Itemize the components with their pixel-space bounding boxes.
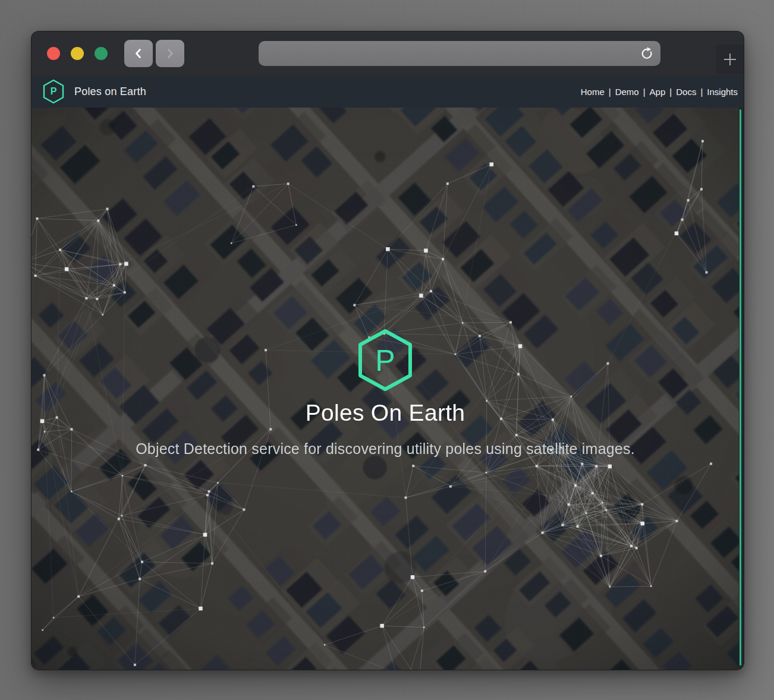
nav-link-home[interactable]: Home [581,87,605,97]
nav-link-separator: | [669,87,672,97]
hero-title: Poles On Earth [306,400,465,426]
nav-logo[interactable]: P [42,79,65,104]
nav-link-app[interactable]: App [650,87,666,97]
maximize-window-button[interactable] [95,47,108,60]
app-navbar: P Poles on Earth Home | Demo | App | Doc… [32,75,744,108]
nav-logo-letter: P [42,79,65,104]
chevron-right-icon [163,46,177,61]
forward-button[interactable] [156,40,184,67]
nav-link-separator: | [609,87,611,97]
reload-button[interactable] [638,45,656,62]
nav-link-demo[interactable]: Demo [615,87,639,97]
app-title: Poles on Earth [74,86,146,98]
hero-logo-letter: P [357,329,414,392]
back-button[interactable] [124,40,153,67]
nav-link-docs[interactable]: Docs [676,87,696,97]
nav-links: Home | Demo | App | Docs | Insights [581,87,738,97]
nav-link-separator: | [643,87,646,97]
nav-link-insights[interactable]: Insights [707,87,738,97]
close-window-button[interactable] [47,47,60,60]
hero-subtitle: Object Detection service for discovering… [136,440,635,458]
chevron-left-icon [131,46,146,61]
nav-link-separator: | [700,87,703,97]
new-tab-button[interactable] [716,45,744,74]
reload-icon [640,46,654,61]
hero-content: P Poles On Earth Object Detection servic… [32,329,739,458]
scrollbar-thumb[interactable] [740,109,741,666]
hero-logo: P [357,329,414,392]
plus-icon [722,52,738,67]
scrollbar[interactable] [739,108,744,670]
browser-window: P Poles on Earth Home | Demo | App | Doc… [31,31,744,670]
traffic-lights [47,47,108,60]
minimize-window-button[interactable] [71,47,84,60]
hero-section: P Poles On Earth Object Detection servic… [32,108,744,670]
browser-titlebar [32,31,744,75]
url-bar[interactable] [259,41,660,66]
